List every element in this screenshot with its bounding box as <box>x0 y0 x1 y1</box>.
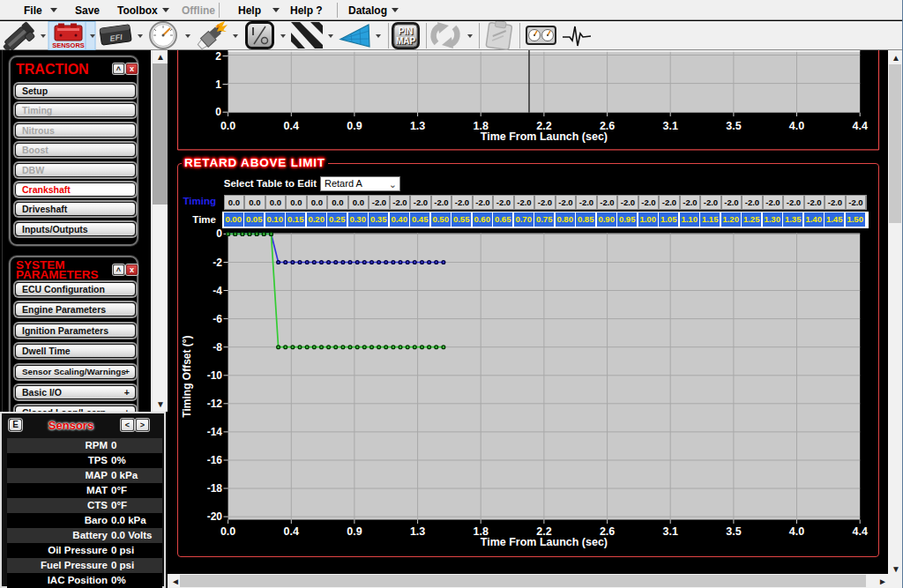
svg-text:1.3: 1.3 <box>410 120 425 132</box>
svg-text:0: 0 <box>216 227 222 240</box>
svg-text:4.0: 4.0 <box>789 120 804 132</box>
svg-text:3.5: 3.5 <box>726 525 741 538</box>
svg-text:4.0: 4.0 <box>789 525 804 538</box>
svg-text:SENSORS: SENSORS <box>52 41 85 49</box>
svg-text:Time From Launch (sec): Time From Launch (sec) <box>481 536 608 548</box>
svg-text:1.3: 1.3 <box>410 525 425 538</box>
svg-text:-14: -14 <box>207 426 223 438</box>
svg-text:4.4: 4.4 <box>853 525 868 538</box>
svg-text:3.1: 3.1 <box>663 525 678 538</box>
svg-text:MAP: MAP <box>396 36 416 46</box>
svg-text:3.1: 3.1 <box>663 120 678 132</box>
svg-text:-4: -4 <box>213 285 222 297</box>
svg-text:0.0: 0.0 <box>220 120 235 132</box>
svg-text:-8: -8 <box>213 341 222 354</box>
svg-text:0.9: 0.9 <box>347 120 362 132</box>
svg-text:0.9: 0.9 <box>347 525 362 538</box>
svg-text:EFI: EFI <box>109 33 123 43</box>
svg-text:0: 0 <box>215 106 221 118</box>
svg-text:PIN: PIN <box>399 26 414 36</box>
svg-text:-10: -10 <box>207 369 223 382</box>
svg-text:-20: -20 <box>207 510 223 523</box>
svg-text:-2: -2 <box>213 257 222 269</box>
svg-text:Timing Offset (°): Timing Offset (°) <box>181 335 193 417</box>
svg-text:4.4: 4.4 <box>853 120 868 132</box>
svg-text:-16: -16 <box>207 454 223 466</box>
svg-text:-12: -12 <box>207 398 223 410</box>
svg-text:2: 2 <box>215 50 221 63</box>
svg-text:1: 1 <box>215 78 221 91</box>
svg-text:-18: -18 <box>207 482 223 495</box>
svg-text:3.5: 3.5 <box>726 120 741 132</box>
svg-text:-6: -6 <box>213 313 222 325</box>
svg-text:0.4: 0.4 <box>284 120 299 132</box>
svg-text:0.4: 0.4 <box>284 525 299 538</box>
svg-text:Time From Launch (sec): Time From Launch (sec) <box>481 130 608 143</box>
svg-text:0.0: 0.0 <box>220 525 235 538</box>
